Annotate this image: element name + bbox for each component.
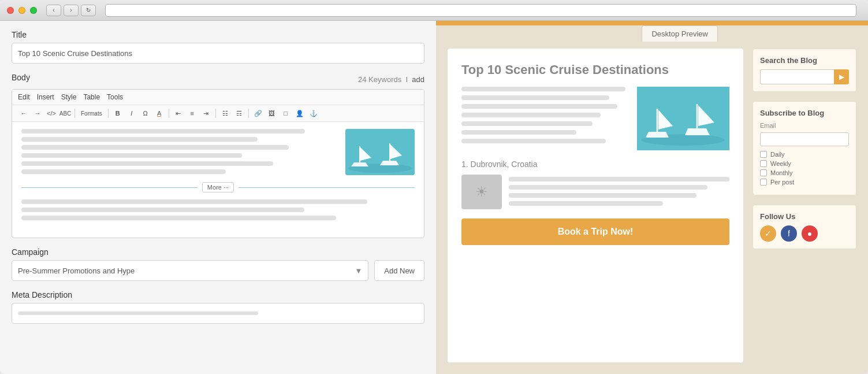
toolbar-formats[interactable]: Formats xyxy=(79,108,105,119)
toolbar-embed[interactable]: □ xyxy=(280,108,292,119)
toolbar-omega[interactable]: Ω xyxy=(140,108,151,119)
destination-row: ☀ xyxy=(461,175,729,209)
toolbar-undo[interactable]: ← xyxy=(18,108,29,119)
title-bar: ‹ › ↻ xyxy=(0,0,868,21)
checkbox-daily-box[interactable] xyxy=(760,151,767,158)
toolbar-sep-5 xyxy=(248,109,249,118)
menu-insert[interactable]: Insert xyxy=(37,93,54,101)
follow-icons: ✓ f ● xyxy=(760,225,849,242)
campaign-row: Pre-Summer Promotions and Hype ▼ Add New xyxy=(12,260,424,281)
search-button[interactable]: ▶ xyxy=(834,69,849,84)
svg-marker-5 xyxy=(380,161,399,165)
more-line-left xyxy=(21,187,198,188)
cta-button[interactable]: Book a Trip Now! xyxy=(461,219,729,245)
left-panel: Title Body 24 Keywords I add Edit xyxy=(0,21,436,374)
editor-toolbar: ← → </> ABC Formats B I Ω A ⇤ ≡ xyxy=(12,105,424,122)
facebook-icon[interactable]: f xyxy=(781,225,797,242)
blog-preview-title: Top 10 Scenic Cruise Destinations xyxy=(461,62,729,77)
text-line-3 xyxy=(21,145,289,150)
toolbar-list-ul[interactable]: ☶ xyxy=(233,108,245,119)
chevron-down-icon: ▼ xyxy=(355,266,362,275)
campaign-select[interactable]: Pre-Summer Promotions and Hype ▼ xyxy=(12,260,368,281)
editor-content[interactable]: More ··· xyxy=(12,122,424,238)
keywords-count: 24 Keywords xyxy=(358,75,401,84)
keywords-info: 24 Keywords I add xyxy=(358,75,424,84)
checkbox-weekly: Weekly xyxy=(760,160,849,167)
maximize-button[interactable] xyxy=(30,7,37,14)
destination-title: 1. Dubrovnik, Croatia xyxy=(461,160,729,169)
follow-widget-title: Follow Us xyxy=(760,212,849,221)
toolbar-align-center[interactable]: ≡ xyxy=(187,108,198,119)
toolbar-align-left[interactable]: ⇤ xyxy=(173,108,184,119)
toolbar-align-right[interactable]: ⇥ xyxy=(200,108,212,119)
toolbar-anchor[interactable]: ⚓ xyxy=(308,108,319,119)
checkbox-weekly-label: Weekly xyxy=(770,160,791,167)
more-divider: More ··· xyxy=(21,182,415,192)
checkbox-per-post-box[interactable] xyxy=(760,179,767,186)
toolbar-bold[interactable]: B xyxy=(112,108,124,119)
nav-buttons: ‹ › ↻ xyxy=(46,5,96,16)
url-bar[interactable] xyxy=(105,4,856,17)
text-line-6 xyxy=(21,169,226,174)
blog-line-4 xyxy=(461,113,601,117)
toolbar-user[interactable]: 👤 xyxy=(294,108,306,119)
meta-label: Meta Description xyxy=(12,290,424,299)
more-button[interactable]: More ··· xyxy=(202,182,234,192)
menu-table[interactable]: Table xyxy=(83,93,100,101)
toolbar-sep-3 xyxy=(169,109,169,118)
checkbox-monthly-box[interactable] xyxy=(760,169,767,176)
destination-item: 1. Dubrovnik, Croatia ☀ xyxy=(461,160,729,209)
blog-line-1 xyxy=(461,87,625,91)
blog-line-2 xyxy=(461,95,609,100)
keywords-sep: I xyxy=(405,75,408,84)
toolbar-list-ol[interactable]: ☷ xyxy=(219,108,231,119)
search-widget-title: Search the Blog xyxy=(760,56,849,65)
toolbar-redo[interactable]: → xyxy=(32,108,43,119)
menu-style[interactable]: Style xyxy=(61,93,77,101)
menu-tools[interactable]: Tools xyxy=(107,93,123,101)
toolbar-code[interactable]: </> xyxy=(46,108,57,119)
toolbar-image[interactable]: 🖼 xyxy=(266,108,278,119)
sun-icon: ☀ xyxy=(475,184,488,200)
app-body: Title Body 24 Keywords I add Edit xyxy=(0,21,868,374)
title-input[interactable] xyxy=(12,43,424,64)
toolbar-sep-1 xyxy=(74,109,75,118)
keywords-add-link[interactable]: add xyxy=(412,75,424,84)
subscribe-email-input[interactable] xyxy=(760,132,849,146)
checkbox-daily: Daily xyxy=(760,151,849,158)
bottom-line-1 xyxy=(21,199,367,204)
blog-line-5 xyxy=(461,121,593,126)
refresh-button[interactable]: ↻ xyxy=(81,5,96,16)
bottom-text-lines xyxy=(21,199,415,220)
other-social-icon[interactable]: ● xyxy=(802,225,818,242)
desktop-preview-tab[interactable]: Desktop Preview xyxy=(642,25,718,42)
toolbar-sep-2 xyxy=(108,109,109,118)
search-input-preview[interactable] xyxy=(760,69,834,84)
campaign-field-group: Campaign Pre-Summer Promotions and Hype … xyxy=(12,247,424,281)
preview-content: Top 10 Scenic Cruise Destinations xyxy=(436,25,868,374)
meta-input[interactable] xyxy=(12,303,424,324)
subscribe-widget: Subscribe to Blog Email Daily Weekly xyxy=(752,101,856,195)
minimize-button[interactable] xyxy=(18,7,25,14)
checkbox-weekly-box[interactable] xyxy=(760,160,767,167)
checkbox-per-post: Per post xyxy=(760,179,849,186)
dest-line-1 xyxy=(509,177,729,182)
text-line-1 xyxy=(21,129,305,134)
editor-menubar: Edit Insert Style Table Tools Insert CTA xyxy=(12,90,424,105)
toolbar-abc[interactable]: ABC xyxy=(59,108,71,119)
toolbar-font-color[interactable]: A xyxy=(154,108,165,119)
search-widget-row: ▶ xyxy=(760,69,849,84)
dest-line-2 xyxy=(509,185,707,190)
menu-edit[interactable]: Edit xyxy=(18,93,30,101)
text-line-2 xyxy=(21,137,258,142)
close-button[interactable] xyxy=(7,7,14,14)
checkbox-monthly-label: Monthly xyxy=(770,169,793,176)
back-button[interactable]: ‹ xyxy=(46,5,61,16)
twitter-icon[interactable]: ✓ xyxy=(760,225,776,242)
preview-sidebar: Search the Blog ▶ Subscribe to Blog Emai… xyxy=(752,49,856,362)
toolbar-link[interactable]: 🔗 xyxy=(252,108,264,119)
body-field-group: Body 24 Keywords I add Edit Insert Style… xyxy=(12,73,424,238)
forward-button[interactable]: › xyxy=(64,5,79,16)
toolbar-italic[interactable]: I xyxy=(126,108,137,119)
add-new-button[interactable]: Add New xyxy=(374,260,424,281)
